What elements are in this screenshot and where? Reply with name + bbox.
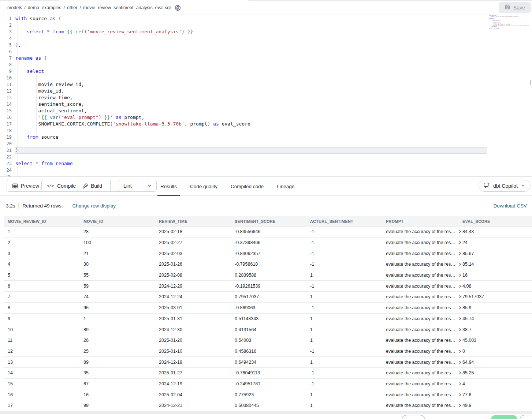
cell-prompt: evaluate the accuracy of the res… xyxy=(382,314,459,324)
tab-code-quality[interactable]: Code quality xyxy=(183,177,224,196)
toolbar-separator xyxy=(148,179,148,192)
dbt-copilot-button[interactable]: dbt Copilot xyxy=(479,180,531,192)
cell-movie-review-id: 3 xyxy=(4,248,80,259)
preview-button[interactable]: Preview xyxy=(7,180,45,192)
column-header-prompt[interactable]: PROMPT xyxy=(382,216,459,226)
line-number: 17 xyxy=(0,121,15,127)
cell-review-time: 2025-01-31 xyxy=(155,314,231,324)
code-line-21[interactable]: 21) xyxy=(0,147,487,154)
cell-movie-id: 35 xyxy=(80,368,155,378)
code-line-24[interactable]: 24 xyxy=(0,167,487,173)
breadcrumb: models / demo_examples / other / movie_r… xyxy=(7,1,182,15)
code-line-19[interactable]: 19 from source xyxy=(0,134,487,141)
lint-button[interactable]: Lint xyxy=(118,180,137,191)
cell-movie-id: 21 xyxy=(80,248,155,259)
change-row-display-link[interactable]: Change row display xyxy=(72,203,116,209)
prompt-preview-text: evaluate the accuracy of the res… xyxy=(386,284,455,289)
code-line-25[interactable]: 25 xyxy=(0,173,487,177)
build-button[interactable]: Build xyxy=(77,180,107,191)
cell-eval-score: 16 xyxy=(459,270,532,281)
prompt-preview-text: evaluate the accuracy of the res… xyxy=(386,229,455,234)
cell-movie-id: 59 xyxy=(80,281,155,291)
cell-movie-review-id: 16 xyxy=(4,389,80,400)
code-line-7[interactable]: 7rename as ( xyxy=(0,55,487,61)
cell-prompt: evaluate the accuracy of the res… xyxy=(382,346,459,357)
code-line-10[interactable]: 10 xyxy=(0,75,487,81)
cell-movie-id: 100 xyxy=(80,237,155,248)
column-header-review_time[interactable]: REVIEW_TIME xyxy=(155,216,231,226)
breadcrumb-models[interactable]: models xyxy=(7,5,22,10)
cell-prompt: evaluate the accuracy of the res… xyxy=(382,400,459,411)
code-line-18[interactable]: 18 xyxy=(0,127,487,134)
code-line-13[interactable]: 13 review_time, xyxy=(0,94,487,101)
cell-movie-id: 67 xyxy=(80,379,155,389)
cell-movie-review-id: 5 xyxy=(4,270,80,281)
prompt-preview-text: evaluate the accuracy of the res… xyxy=(386,370,455,375)
compile-button[interactable]: </> Compile xyxy=(41,180,81,192)
prompt-preview-text: evaluate the accuracy of the res… xyxy=(386,392,455,397)
code-line-8[interactable]: 8 xyxy=(0,61,487,68)
column-header-eval_score[interactable]: EVAL_SCORE xyxy=(459,216,532,226)
code-line-15[interactable]: 15 actual_sentiment, xyxy=(0,108,487,114)
table-row: 13892024-12-190.64942341evaluate the acc… xyxy=(4,357,532,368)
code-text xyxy=(15,22,487,29)
line-number: 12 xyxy=(0,88,15,94)
horizontal-scrollbar[interactable] xyxy=(0,411,532,414)
prompt-preview-text: evaluate the accuracy of the res… xyxy=(386,360,455,365)
save-button[interactable]: Save xyxy=(499,2,531,13)
breadcrumb-other[interactable]: other xyxy=(67,5,78,10)
cell-movie-review-id: 4 xyxy=(4,259,80,270)
code-line-11[interactable]: 11 movie_review_id, xyxy=(0,81,487,88)
breadcrumb-demo-examples[interactable]: demo_examples xyxy=(28,5,62,10)
cell-movie-review-id: 2 xyxy=(4,237,80,248)
line-number: 24 xyxy=(0,167,15,173)
editor-scrollbar-thumb[interactable] xyxy=(530,80,531,85)
code-line-4[interactable]: 4 xyxy=(0,35,487,42)
cell-sentiment-score: 0.2839588 xyxy=(231,270,306,281)
code-line-12[interactable]: 12 movie_id, xyxy=(0,88,487,94)
code-text: with source as ( xyxy=(15,15,487,22)
editor-minimap[interactable]: with source as ( select * from {{ ref('m… xyxy=(489,15,530,41)
compile-label: Compile xyxy=(57,183,76,189)
footer-status-pill[interactable] xyxy=(491,415,517,419)
download-csv-link[interactable]: Download CSV xyxy=(493,203,527,209)
cell-actual-sentiment: 1 xyxy=(306,270,382,281)
footer-partial-button[interactable] xyxy=(402,415,425,419)
cell-movie-id: 30 xyxy=(80,259,155,270)
cell-sentiment-score: 0.4131564 xyxy=(231,324,306,335)
lint-split-button: Lint xyxy=(118,180,157,192)
column-header-movie_review_id[interactable]: MOVIE_REVIEW_ID xyxy=(4,216,80,226)
code-line-23[interactable]: 23select * from rename xyxy=(0,160,487,167)
table-header-row: MOVIE_REVIEW_IDMOVIE_IDREVIEW_TIMESENTIM… xyxy=(4,216,532,227)
code-lines[interactable]: 1with source as (23 select * from {{ ref… xyxy=(0,15,487,177)
tab-lineage[interactable]: Lineage xyxy=(270,177,301,196)
cell-review-time: 2025-02-08 xyxy=(155,270,231,281)
code-line-2[interactable]: 2 xyxy=(0,22,487,29)
cell-sentiment-score: -0.83556646 xyxy=(231,227,306,237)
code-line-1[interactable]: 1with source as ( xyxy=(0,15,487,22)
column-header-actual_sentiment[interactable]: ACTUAL_SENTIMENT xyxy=(306,216,382,226)
cell-eval-score: 64.94 xyxy=(459,357,532,367)
cell-movie-review-id: 7 xyxy=(4,292,80,302)
sql-editor[interactable]: 1with source as (23 select * from {{ ref… xyxy=(0,15,532,177)
prompt-preview-text: evaluate the accuracy of the res… xyxy=(386,316,455,321)
cell-prompt: evaluate the accuracy of the res… xyxy=(382,357,459,367)
code-line-6[interactable]: 6 xyxy=(0,48,487,55)
cell-movie-review-id: 10 xyxy=(4,324,80,335)
footer-partial-button[interactable] xyxy=(520,415,532,419)
code-line-3[interactable]: 3 select * from {{ ref('movie_review_sen… xyxy=(0,29,487,35)
column-header-sentiment_score[interactable]: SENTIMENT_SCORE xyxy=(231,216,306,226)
dbt-ide-window: models / demo_examples / other / movie_r… xyxy=(0,0,532,419)
code-line-22[interactable]: 22 xyxy=(0,154,487,160)
tab-results[interactable]: Results xyxy=(154,177,183,196)
tab-compiled-code[interactable]: Compiled code xyxy=(224,177,270,196)
code-line-20[interactable]: 20 xyxy=(0,141,487,147)
code-line-16[interactable]: 16 '{{ var("eval_prompt") }}' as prompt, xyxy=(0,114,487,121)
code-line-5[interactable]: 5), xyxy=(0,42,487,48)
column-header-movie_id[interactable]: MOVIE_ID xyxy=(80,216,155,226)
cell-actual-sentiment: 1 xyxy=(306,335,382,346)
code-line-17[interactable]: 17 SNOWFLAKE.CORTEX.COMPLETE('snowflake-… xyxy=(0,121,487,127)
code-line-9[interactable]: 9 select xyxy=(0,68,487,75)
code-line-14[interactable]: 14 sentiment_score, xyxy=(0,101,487,108)
prompt-preview-text: evaluate the accuracy of the res… xyxy=(386,327,455,332)
